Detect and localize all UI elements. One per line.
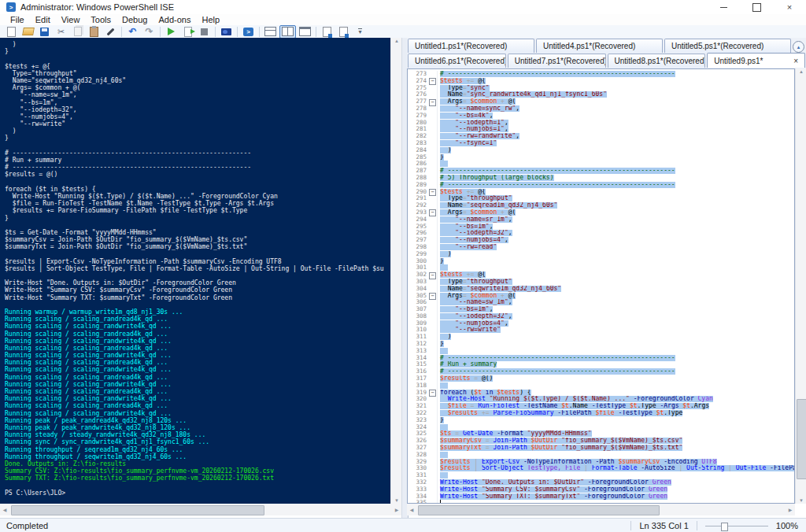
fold-column <box>428 133 438 140</box>
layout-script-right-icon[interactable] <box>279 25 296 39</box>
layout-script-top-icon[interactable] <box>263 26 278 38</box>
zoom-slider-handle[interactable] <box>721 523 728 531</box>
open-script-icon[interactable] <box>20 26 35 38</box>
new-powershell-tab-icon[interactable] <box>320 26 335 38</box>
menu-edit[interactable]: Edit <box>30 15 56 24</box>
tab-untitled6ps1recovered[interactable]: Untitled6.ps1*(Recovered) <box>408 54 506 68</box>
fold-column <box>428 452 438 459</box>
fold-column <box>428 417 438 424</box>
menu-tools[interactable]: Tools <box>85 15 116 24</box>
run-script-icon[interactable] <box>164 26 179 38</box>
save-script-icon[interactable] <box>37 26 52 38</box>
script-editor-pane[interactable]: 273# -----------------------------------… <box>407 68 795 504</box>
console-line: $results | Export-Csv -NoTypeInformation… <box>5 258 390 265</box>
scroll-left-icon[interactable]: ◀ <box>407 507 416 512</box>
close-button[interactable]: × <box>773 0 806 14</box>
code-text: "--numjobs=4", <box>438 237 794 244</box>
minimize-button[interactable] <box>707 0 740 14</box>
editor-horizontal-scrollbar[interactable]: ◀ ▶ <box>407 504 795 515</box>
undo-icon[interactable]: ↶ <box>125 26 140 38</box>
stop-operation-icon[interactable] <box>197 26 212 38</box>
fold-collapse-icon[interactable] <box>428 209 438 216</box>
new-remote-powershell-tab-icon[interactable] <box>219 26 234 38</box>
new-script-icon[interactable] <box>4 26 19 38</box>
console-line <box>5 250 390 257</box>
tab-close-icon[interactable]: × <box>789 57 798 65</box>
scroll-down-icon[interactable]: ▼ <box>392 498 401 503</box>
console-line: Running peak / peak_randwrite4k_qd32_nj8… <box>5 424 390 431</box>
close-powershell-tab-icon[interactable] <box>336 26 351 38</box>
menu-addons[interactable]: Add-ons <box>153 15 196 24</box>
main-area: )} $tests += @{ Type="throughput" Name="… <box>0 38 806 518</box>
fold-column <box>428 105 438 113</box>
menu-file[interactable]: File <box>5 15 30 24</box>
fold-collapse-icon[interactable] <box>428 293 438 300</box>
console-hscroll-thumb[interactable] <box>11 505 264 515</box>
editor-line: 297 "--numjobs=4", <box>408 237 794 244</box>
editor-vertical-scrollbar[interactable]: ▲ ▼ <box>795 68 806 504</box>
code-text: $ts = Get-Date -Format "yyyyMMdd-HHmmss" <box>438 430 794 438</box>
run-selection-icon[interactable] <box>180 26 195 38</box>
console-line: Write-Host "Done. Outputs in: $OutDir" -… <box>5 279 390 286</box>
editor-vscroll-thumb[interactable] <box>797 399 806 479</box>
console-horizontal-scrollbar[interactable]: ◀ ▶ <box>0 504 401 515</box>
editor-hscroll-thumb[interactable] <box>418 505 660 515</box>
code-text: $summaryCsv = Join-Path $OutDir "fio_sum… <box>438 438 794 445</box>
editor-line: 274$tests += @{ <box>408 78 794 85</box>
code-text: "--name=sr_1m", <box>438 216 794 224</box>
overflow-icon[interactable]: ▾ <box>353 26 368 38</box>
fold-column <box>428 91 438 98</box>
scroll-up-icon[interactable]: ▲ <box>797 69 806 74</box>
menu-help[interactable]: Help <box>196 15 225 24</box>
toolbar-separator <box>160 27 161 37</box>
editor-line: 311 ) <box>408 334 794 341</box>
fold-collapse-icon[interactable] <box>428 78 438 85</box>
fold-column <box>428 306 438 313</box>
console-hscroll-track[interactable] <box>9 504 392 515</box>
start-powershell-icon[interactable]: > <box>241 26 256 38</box>
menu-view[interactable]: View <box>56 15 86 24</box>
scroll-right-icon[interactable]: ▶ <box>392 507 401 512</box>
console-line: Running scaling / scaling_randwrite4k_qd… <box>5 395 390 402</box>
maximize-button[interactable] <box>740 0 773 14</box>
collapse-tab-strip-button[interactable]: ▲ <box>793 41 804 53</box>
console-pane[interactable]: )} $tests += @{ Type="throughput" Name="… <box>0 38 390 504</box>
code-text: } <box>438 258 794 265</box>
tab-untitled7ps1recovered[interactable]: Untitled7.ps1*(Recovered) <box>508 54 606 68</box>
fold-collapse-icon[interactable] <box>428 98 438 105</box>
fold-collapse-icon[interactable] <box>428 189 438 196</box>
paste-icon[interactable] <box>87 26 102 38</box>
code-text: "--iodepth=32", <box>438 230 794 237</box>
layout-script-max-icon[interactable] <box>298 26 312 38</box>
console-line: Running scaling / scaling_randwrite4k_qd… <box>5 323 390 330</box>
fold-column <box>428 348 438 355</box>
tab-untitled9ps1[interactable]: Untitled9.ps1*× <box>707 53 805 68</box>
code-text: "--name=sw_1m", <box>438 299 794 306</box>
scroll-up-icon[interactable]: ▲ <box>392 39 401 43</box>
scroll-left-icon[interactable]: ◀ <box>0 507 9 512</box>
console-vertical-scrollbar[interactable]: ▲ ▼ <box>390 38 402 504</box>
console-line: Running scaling / scaling_randwrite4k_qd… <box>5 352 390 359</box>
console-line <box>5 222 390 229</box>
fold-column <box>428 424 438 431</box>
console-line: Running throughput / seqwrite1m_qd32_nj4… <box>5 453 390 460</box>
tab-untitled8ps1recovered[interactable]: Untitled8.ps1*(Recovered) <box>608 54 706 68</box>
scroll-right-icon[interactable]: ▶ <box>786 507 795 512</box>
tab-untitled1ps1recovered[interactable]: Untitled1.ps1*(Recovered) <box>408 39 534 53</box>
fold-collapse-icon[interactable] <box>428 272 438 279</box>
editor-hscroll-track[interactable] <box>416 504 786 515</box>
fold-collapse-icon[interactable] <box>428 390 438 397</box>
menu-debug[interactable]: Debug <box>116 15 153 24</box>
fold-column <box>428 341 438 348</box>
editor-line: 293 Args= $common + @( <box>408 209 794 216</box>
editor-line: 306 "--name=sw_1m", <box>408 299 794 306</box>
zoom-slider[interactable] <box>705 521 768 531</box>
redo-icon[interactable]: ↷ <box>142 26 157 38</box>
clear-console-pane-icon[interactable] <box>103 26 118 38</box>
copy-icon[interactable] <box>70 26 85 38</box>
cut-icon[interactable]: ✂ <box>54 26 68 38</box>
tab-untitled5ps1recovered[interactable]: Untitled5.ps1*(Recovered) <box>664 39 791 53</box>
editor-line: 312} <box>408 341 794 348</box>
tab-untitled4ps1recovered[interactable]: Untitled4.ps1*(Recovered) <box>536 39 663 53</box>
scroll-down-icon[interactable]: ▼ <box>797 498 806 503</box>
